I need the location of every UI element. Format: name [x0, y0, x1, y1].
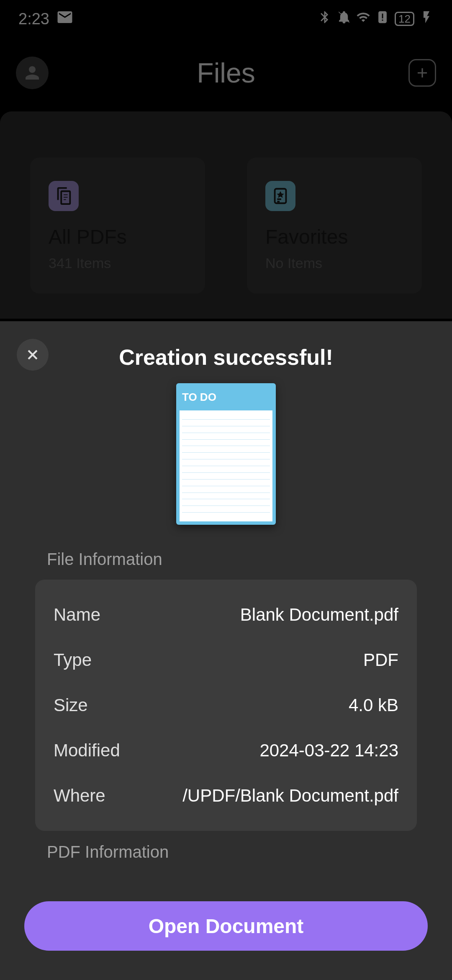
close-button[interactable]	[17, 339, 49, 371]
sheet-title: Creation successful!	[119, 345, 333, 370]
file-info-panel: Name Blank Document.pdf Type PDF Size 4.…	[35, 580, 417, 831]
info-row-type: Type PDF	[54, 637, 398, 683]
section-pdf-info: PDF Information	[47, 843, 428, 861]
info-label: Name	[54, 605, 100, 625]
preview-line	[182, 505, 270, 506]
preview-line	[182, 452, 270, 453]
preview-body	[180, 410, 272, 521]
preview-line	[182, 512, 270, 513]
open-document-button[interactable]: Open Document	[24, 901, 428, 951]
info-value: PDF	[363, 650, 398, 670]
info-label: Size	[54, 695, 88, 715]
info-label: Where	[54, 786, 105, 806]
preview-line	[182, 472, 270, 473]
info-row-modified: Modified 2024-03-22 14:23	[54, 728, 398, 773]
creation-success-sheet: Creation successful! TO DO File Informat…	[0, 321, 452, 980]
preview-line	[182, 499, 270, 499]
section-file-info: File Information	[47, 550, 428, 569]
info-row-where: Where /UPDF/Blank Document.pdf	[54, 773, 398, 818]
preview-line	[182, 439, 270, 440]
modal-backdrop[interactable]	[0, 0, 452, 321]
open-button-label: Open Document	[149, 915, 304, 938]
preview-line	[182, 433, 270, 433]
sheet-header: Creation successful!	[24, 336, 428, 378]
info-row-size: Size 4.0 kB	[54, 683, 398, 728]
info-value: 2024-03-22 14:23	[259, 740, 398, 761]
info-value: 4.0 kB	[349, 695, 398, 715]
preview-line	[182, 419, 270, 420]
info-row-name: Name Blank Document.pdf	[54, 592, 398, 637]
preview-line	[182, 446, 270, 446]
document-preview: TO DO	[176, 383, 276, 525]
info-label: Type	[54, 650, 92, 670]
preview-header-text: TO DO	[180, 387, 272, 410]
preview-line	[182, 466, 270, 466]
info-label: Modified	[54, 740, 120, 761]
info-value: Blank Document.pdf	[240, 605, 398, 625]
preview-line	[182, 479, 270, 480]
preview-line	[182, 459, 270, 459]
preview-line	[182, 486, 270, 486]
info-value: /UPDF/Blank Document.pdf	[182, 786, 398, 806]
preview-line	[182, 493, 270, 493]
preview-line	[182, 426, 270, 426]
